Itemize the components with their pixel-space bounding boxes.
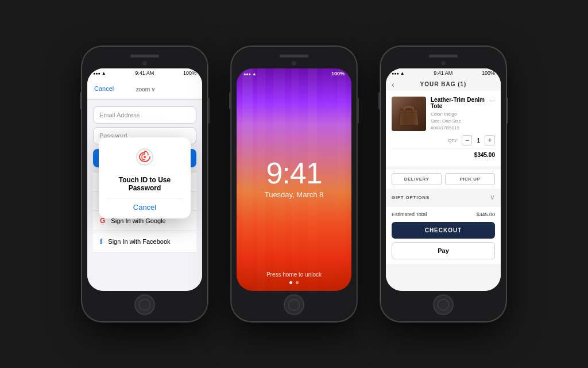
email-field[interactable]: Email Address xyxy=(93,106,196,124)
home-button[interactable] xyxy=(134,294,155,315)
status-time: 9:41 AM xyxy=(434,70,452,76)
touchid-title: Touch ID to Use Password xyxy=(107,176,183,192)
dropdown-arrow: ∨ xyxy=(150,86,155,93)
item-color: Color: Indigo xyxy=(431,111,495,118)
wifi-icon: ▲ xyxy=(400,71,405,76)
home-button[interactable] xyxy=(284,294,304,315)
gift-options-row[interactable]: Gift Options ∨ xyxy=(386,189,501,206)
battery-icon: 100% xyxy=(183,70,196,76)
touchid-cancel-button[interactable]: Cancel xyxy=(107,198,183,212)
shop-status-bar: ●●● ▲ 9:41 AM 100% xyxy=(386,68,501,78)
shop-navbar: ‹ Your Bag (1) xyxy=(386,78,501,91)
delivery-options: DELIVERY PICK UP xyxy=(386,170,501,189)
status-time: 9:41 AM xyxy=(135,70,154,76)
qty-label: QTY xyxy=(448,138,457,143)
facebook-label: Sign In with Facebook xyxy=(108,238,170,245)
item-price: $345.00 xyxy=(392,148,495,160)
touchid-icon xyxy=(107,147,183,171)
camera xyxy=(292,61,296,66)
item-info: Leather-Trim Denim Tote ··· Color: Indig… xyxy=(431,97,495,132)
status-bar: ●●● ▲ 9:41 AM 100% xyxy=(87,68,202,78)
svg-point-1 xyxy=(144,156,146,158)
qty-value: 1 xyxy=(477,137,480,144)
zoom-phone: ●●● ▲ 9:41 AM 100% Cancel zoom ∨ Email A… xyxy=(82,46,208,322)
item-size: Size: One Size xyxy=(431,118,495,125)
shop-item: Leather-Trim Denim Tote ··· Color: Indig… xyxy=(392,97,495,132)
bag-icon xyxy=(392,97,426,131)
camera xyxy=(441,61,446,66)
estimated-total-label: Estimated Total xyxy=(392,212,427,217)
zoom-logo: zoom ∨ xyxy=(136,82,155,94)
apple-pay-label: Pay xyxy=(438,247,449,254)
estimated-total-row: Estimated Total $345.00 xyxy=(392,212,495,217)
lock-date: Tuesday, March 8 xyxy=(265,190,324,199)
quantity-row: QTY − 1 + xyxy=(392,135,495,145)
item-name: Leather-Trim Denim Tote xyxy=(431,97,489,109)
item-card: Leather-Trim Denim Tote ··· Color: Indig… xyxy=(386,91,501,166)
shop-screen: ●●● ▲ 9:41 AM 100% ‹ Your Bag (1) xyxy=(386,68,501,291)
pickup-button[interactable]: PICK UP xyxy=(445,173,495,185)
zoom-screen: ●●● ▲ 9:41 AM 100% Cancel zoom ∨ Email A… xyxy=(87,68,202,291)
chevron-down-icon: ∨ xyxy=(490,193,495,201)
speaker-grille xyxy=(130,55,159,57)
lock-screen-phone: ●●● ▲ 100% 9:41 Tuesday, March 8 Press h… xyxy=(231,46,357,322)
checkout-section: Estimated Total $345.00 Checkout Pay xyxy=(386,207,501,264)
cancel-button[interactable]: Cancel xyxy=(94,85,114,92)
facebook-icon: f xyxy=(100,237,102,246)
bag-title: Your Bag (1) xyxy=(420,81,467,87)
home-button[interactable] xyxy=(433,294,454,315)
wifi-icon: ▲ xyxy=(102,71,106,76)
item-sku: #00417B5019 xyxy=(431,125,495,132)
zoom-navbar: Cancel zoom ∨ xyxy=(87,78,202,99)
facebook-signin-option[interactable]: f Sign In with Facebook xyxy=(93,231,196,252)
signal-icons: ●●● ▲ xyxy=(93,71,106,76)
lock-screen: ●●● ▲ 100% 9:41 Tuesday, March 8 Press h… xyxy=(237,68,351,291)
signal-bars: ●●● xyxy=(392,71,399,75)
battery-indicator: 100% xyxy=(482,70,495,76)
qty-decrease-button[interactable]: − xyxy=(462,135,472,145)
camera xyxy=(142,61,147,66)
press-home-text: Press home to unlock xyxy=(237,271,351,278)
delivery-button[interactable]: DELIVERY xyxy=(392,173,442,185)
estimated-total-value: $345.00 xyxy=(476,212,495,217)
speaker-grille xyxy=(429,55,458,57)
shop-content: Leather-Trim Denim Tote ··· Color: Indig… xyxy=(386,91,501,291)
more-options-icon[interactable]: ··· xyxy=(489,97,495,111)
signal-icons: ●●● ▲ xyxy=(392,71,405,76)
light-beams xyxy=(237,68,351,291)
product-image xyxy=(392,97,426,131)
applepay-button[interactable]: Pay xyxy=(392,242,495,259)
checkout-button[interactable]: Checkout xyxy=(392,222,495,239)
speaker-grille xyxy=(280,55,308,57)
back-button[interactable]: ‹ xyxy=(392,80,394,89)
shopping-phone: ●●● ▲ 9:41 AM 100% ‹ Your Bag (1) xyxy=(380,46,506,322)
touchid-modal: Touch ID to Use Password Cancel xyxy=(99,137,191,218)
signal-bars: ●●● xyxy=(93,71,100,75)
qty-increase-button[interactable]: + xyxy=(485,135,495,145)
gift-options-label: Gift Options xyxy=(392,195,430,200)
